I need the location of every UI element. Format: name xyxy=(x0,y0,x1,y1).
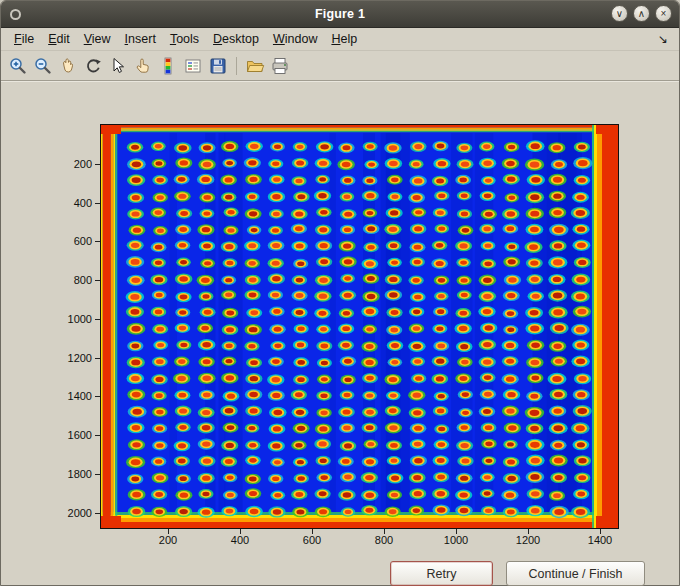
y-tick-label: 800 xyxy=(74,274,92,286)
x-tick-mark xyxy=(528,529,529,534)
y-tick-mark xyxy=(95,164,100,165)
plot-image[interactable] xyxy=(101,125,618,528)
menu-view[interactable]: View xyxy=(77,30,118,48)
data-cursor-icon[interactable] xyxy=(106,54,130,78)
y-tick-mark xyxy=(95,396,100,397)
menu-edit[interactable]: Edit xyxy=(41,30,77,48)
print-icon[interactable] xyxy=(268,54,292,78)
menu-bar: File Edit View Insert Tools Desktop Wind… xyxy=(1,28,679,50)
continue-finish-button[interactable]: Continue / Finish xyxy=(506,561,645,586)
y-tick-mark xyxy=(95,513,100,514)
x-tick-label: 200 xyxy=(159,534,177,546)
x-tick-mark xyxy=(384,529,385,534)
x-tick-mark xyxy=(456,529,457,534)
toolbar xyxy=(1,50,679,81)
y-tick-mark xyxy=(95,241,100,242)
y-tick-mark xyxy=(95,280,100,281)
close-button[interactable]: × xyxy=(655,5,672,22)
retry-button[interactable]: Retry xyxy=(390,561,493,586)
x-tick-label: 1400 xyxy=(588,534,612,546)
y-tick-mark xyxy=(95,474,100,475)
x-tick-label: 400 xyxy=(231,534,249,546)
x-tick-mark xyxy=(600,529,601,534)
menu-desktop[interactable]: Desktop xyxy=(206,30,266,48)
menu-help[interactable]: Help xyxy=(324,30,364,48)
y-tick-label: 2000 xyxy=(68,507,92,519)
x-tick-mark xyxy=(168,529,169,534)
menu-file[interactable]: File xyxy=(7,30,41,48)
insert-legend-icon[interactable] xyxy=(181,54,205,78)
menu-window[interactable]: Window xyxy=(266,30,324,48)
y-tick-label: 1800 xyxy=(68,468,92,480)
rotate-3d-icon[interactable] xyxy=(81,54,105,78)
dock-arrow-icon[interactable]: ↘ xyxy=(658,32,673,46)
minimize-button[interactable]: ∨ xyxy=(611,5,628,22)
open-folder-icon[interactable] xyxy=(243,54,267,78)
zoom-out-icon[interactable] xyxy=(31,54,55,78)
insert-colorbar-icon[interactable] xyxy=(156,54,180,78)
x-tick-mark xyxy=(312,529,313,534)
x-tick-mark xyxy=(240,529,241,534)
x-tick-label: 1200 xyxy=(516,534,540,546)
y-tick-label: 1600 xyxy=(68,429,92,441)
y-tick-label: 1400 xyxy=(68,390,92,402)
y-tick-label: 1200 xyxy=(68,352,92,364)
toolbar-separator xyxy=(236,57,237,75)
x-tick-label: 600 xyxy=(303,534,321,546)
x-tick-label: 1000 xyxy=(444,534,468,546)
menu-tools[interactable]: Tools xyxy=(163,30,206,48)
save-icon[interactable] xyxy=(206,54,230,78)
edit-plot-icon[interactable] xyxy=(131,54,155,78)
x-tick-label: 800 xyxy=(375,534,393,546)
title-bar[interactable]: Figure 1 ∨ ∧ × xyxy=(1,1,679,28)
figure-canvas: 2004006008001000120014001600180020002004… xyxy=(1,81,679,585)
y-tick-mark xyxy=(95,203,100,204)
window-menu-icon[interactable] xyxy=(10,9,21,20)
y-tick-mark xyxy=(95,319,100,320)
y-tick-label: 1000 xyxy=(68,313,92,325)
y-tick-mark xyxy=(95,435,100,436)
maximize-button[interactable]: ∧ xyxy=(633,5,650,22)
figure-window: Figure 1 ∨ ∧ × File Edit View Insert Too… xyxy=(0,0,680,586)
y-tick-label: 200 xyxy=(74,158,92,170)
y-tick-label: 400 xyxy=(74,197,92,209)
axes[interactable]: 2004006008001000120014001600180020002004… xyxy=(100,124,619,529)
y-tick-label: 600 xyxy=(74,235,92,247)
menu-insert[interactable]: Insert xyxy=(118,30,163,48)
y-tick-mark xyxy=(95,358,100,359)
pan-hand-icon[interactable] xyxy=(56,54,80,78)
window-controls: ∨ ∧ × xyxy=(611,5,672,22)
window-title: Figure 1 xyxy=(315,7,365,21)
zoom-in-icon[interactable] xyxy=(6,54,30,78)
